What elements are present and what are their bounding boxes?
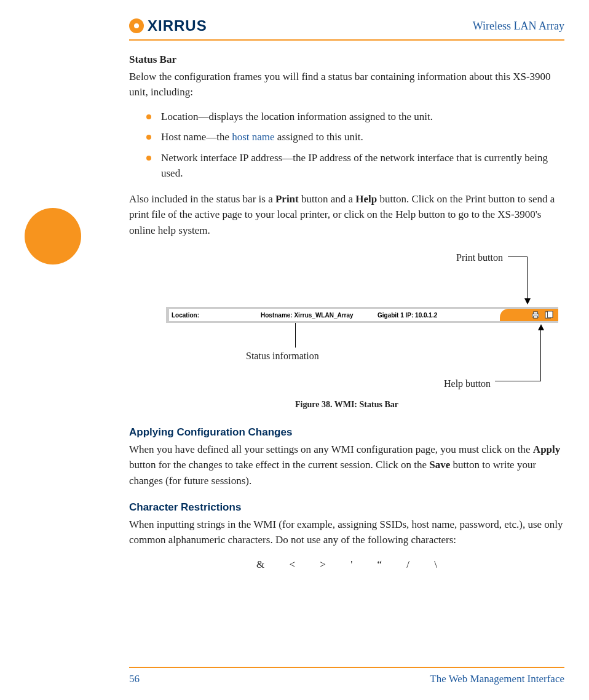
page-number: 56 (129, 673, 140, 685)
status-bar-heading: Status Bar (129, 52, 564, 68)
list-item: Location—displays the location informati… (146, 109, 564, 125)
bullet-text: Network interface IP address—the IP addr… (161, 152, 548, 180)
logo-text: XIRRUS (148, 17, 207, 34)
apply-para: When you have defined all your settings … (129, 442, 564, 489)
sb-buttons (500, 309, 558, 321)
page-header: XIRRUS Wireless LAN Array (37, 17, 564, 34)
arrow-up-icon (538, 324, 544, 330)
text-bold: Help (355, 193, 377, 205)
figure-caption: Figure 38. WMI: Status Bar (129, 398, 564, 411)
text-bold: Print (275, 193, 299, 205)
footer-rule (129, 667, 564, 668)
status-bar-screenshot: Location: Hostname: Xirrus_WLAN_Array Gi… (166, 307, 558, 323)
help-icon[interactable] (545, 311, 553, 319)
annotation-line (295, 323, 296, 348)
text: button for the changes to take effect in… (129, 459, 429, 471)
text: When you have defined all your settings … (129, 443, 533, 455)
page-footer: 56 The Web Management Interface (37, 667, 564, 685)
doc-title: Wireless LAN Array (473, 20, 564, 33)
svg-rect-4 (547, 311, 553, 317)
bullet-text: assigned to this unit. (275, 131, 363, 143)
annotation-line (508, 257, 528, 257)
char-para: When inputting strings in the WMI (for e… (129, 517, 564, 548)
annotation-status: Status information (246, 349, 319, 364)
svg-rect-1 (534, 312, 538, 314)
logo-icon (129, 18, 144, 33)
annotation-line (495, 381, 541, 381)
host-name-link[interactable]: host name (232, 131, 274, 143)
status-bar-intro: Below the configuration frames you will … (129, 69, 564, 100)
sb-hostname: Hostname: Xirrus_WLAN_Array (258, 311, 375, 320)
svg-rect-2 (534, 316, 538, 318)
text-bold: Save (429, 459, 450, 471)
text-bold: Apply (533, 443, 560, 455)
header-rule (129, 39, 564, 41)
figure-38: Print button Location: Hostname: Xirrus_… (129, 250, 564, 392)
annotation-line (540, 329, 541, 381)
list-item: Network interface IP address—the IP addr… (146, 150, 564, 181)
sb-ip: Gigabit 1 IP: 10.0.1.2 (375, 311, 455, 320)
annotation-print: Print button (456, 250, 503, 265)
logo: XIRRUS (129, 17, 207, 34)
text: Also included in the status bar is a (129, 193, 275, 205)
margin-dot-icon (25, 208, 81, 264)
arrow-down-icon (524, 298, 531, 304)
status-bar-bullets: Location—displays the location informati… (146, 109, 564, 181)
print-icon[interactable] (531, 311, 540, 319)
text: button and a (299, 193, 356, 205)
char-heading: Character Restrictions (129, 499, 564, 515)
chapter-name: The Web Management Interface (430, 673, 564, 685)
annotation-line (527, 257, 528, 300)
annotation-help: Help button (444, 376, 491, 391)
bullet-text: Host name—the (161, 131, 232, 143)
char-list: & < > ' “ / \ (129, 557, 564, 573)
status-bar-para2: Also included in the status bar is a Pri… (129, 191, 564, 239)
bullet-text: Location—displays the location informati… (161, 111, 433, 122)
sb-location: Location: (169, 311, 258, 320)
list-item: Host name—the host name assigned to this… (146, 129, 564, 145)
apply-heading: Applying Configuration Changes (129, 424, 564, 440)
